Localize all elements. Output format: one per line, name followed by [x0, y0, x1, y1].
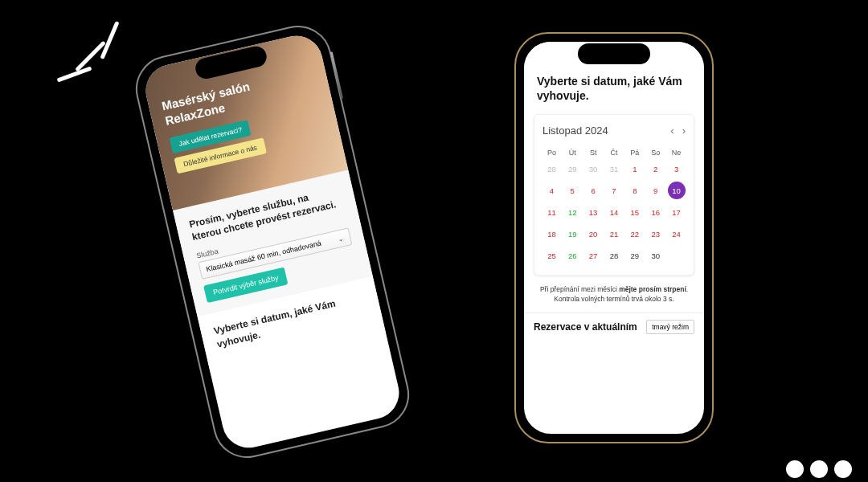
calendar-day[interactable]: 20	[584, 225, 602, 243]
footer-row: Rezervace v aktuálním tmavý režim	[524, 312, 704, 334]
phone-mockup-right: Vyberte si datum, jaké Vám vyhovuje. Lis…	[514, 32, 714, 443]
calendar-day[interactable]: 27	[584, 247, 602, 264]
calendar-day: 29	[563, 160, 581, 178]
calendar-day[interactable]: 11	[542, 203, 560, 221]
date-prompt-right: Vyberte si datum, jaké Vám vyhovuje.	[537, 74, 691, 103]
phone-notch	[578, 43, 650, 64]
calendar-day[interactable]: 25	[542, 247, 560, 264]
weekday-header: Po	[542, 146, 561, 159]
calendar-day[interactable]: 8	[626, 182, 644, 199]
calendar-day[interactable]: 10	[668, 182, 686, 199]
calendar-day[interactable]: 6	[584, 182, 602, 199]
screen-right: Vyberte si datum, jaké Vám vyhovuje. Lis…	[524, 42, 704, 434]
calendar-day[interactable]: 12	[563, 203, 581, 221]
calendar-day[interactable]: 22	[626, 225, 644, 243]
calendar-day[interactable]: 5	[563, 182, 581, 199]
calendar-day[interactable]: 18	[542, 225, 560, 243]
calendar-day[interactable]: 19	[563, 225, 581, 243]
dark-mode-button[interactable]: tmavý režim	[646, 320, 694, 334]
calendar-day[interactable]: 29	[626, 247, 644, 264]
pagination-dots	[786, 460, 852, 478]
calendar-day: 31	[605, 160, 623, 178]
calendar-header: Listopad 2024 ‹ ›	[542, 125, 686, 137]
calendar-day[interactable]: 2	[647, 160, 665, 178]
note-bold: mějte prosím strpení	[619, 285, 686, 293]
chevron-down-icon: ⌄	[337, 234, 345, 243]
calendar-day[interactable]: 14	[605, 203, 623, 221]
calendar-day[interactable]: 16	[647, 203, 665, 221]
calendar-day[interactable]: 4	[542, 182, 560, 199]
month-label: Listopad 2024	[542, 125, 608, 137]
calendar-day[interactable]: 30	[647, 247, 665, 264]
weekday-header: So	[646, 146, 665, 159]
calendar-day[interactable]: 13	[584, 203, 602, 221]
calendar-day[interactable]: 7	[605, 182, 623, 199]
calendar-note: Při přepínání mezi měsíci mějte prosím s…	[524, 280, 704, 309]
calendar-day[interactable]: 3	[668, 160, 686, 178]
prev-month-button[interactable]: ‹	[670, 125, 674, 137]
calendar-days-grid: 2829303112345678910111213141516171819202…	[542, 159, 686, 265]
phone-mockup-left: Masérský salón RelaxZone Jak udělat reze…	[129, 19, 416, 465]
weekday-header: Út	[563, 146, 582, 159]
calendar-day[interactable]: 15	[626, 203, 644, 221]
month-nav: ‹ ›	[670, 125, 686, 137]
calendar-day[interactable]: 24	[668, 225, 686, 243]
footer-text: Rezervace v aktuálním	[534, 321, 637, 333]
screen-left: Masérský salón RelaxZone Jak udělat reze…	[141, 31, 404, 453]
calendar-day[interactable]: 28	[605, 247, 623, 264]
calendar-day: 28	[542, 160, 560, 178]
weekday-header: Ne	[667, 146, 686, 159]
weekday-header: Čt	[605, 146, 624, 159]
calendar-day: 30	[584, 160, 602, 178]
weekday-header-row: PoÚtStČtPáSoNe	[542, 146, 686, 159]
note-pre: Při přepínání mezi měsíci	[540, 285, 619, 293]
next-month-button[interactable]: ›	[682, 125, 686, 137]
calendar-day[interactable]: 9	[647, 182, 665, 199]
calendar-day[interactable]: 1	[626, 160, 644, 178]
weekday-header: Pá	[625, 146, 644, 159]
weekday-header: St	[584, 146, 603, 159]
calendar-card: Listopad 2024 ‹ › PoÚtStČtPáSoNe 2829303…	[534, 114, 694, 276]
calendar-day[interactable]: 26	[563, 247, 581, 264]
calendar-day[interactable]: 23	[647, 225, 665, 243]
calendar-day[interactable]: 21	[605, 225, 623, 243]
calendar-day[interactable]: 17	[668, 203, 686, 221]
